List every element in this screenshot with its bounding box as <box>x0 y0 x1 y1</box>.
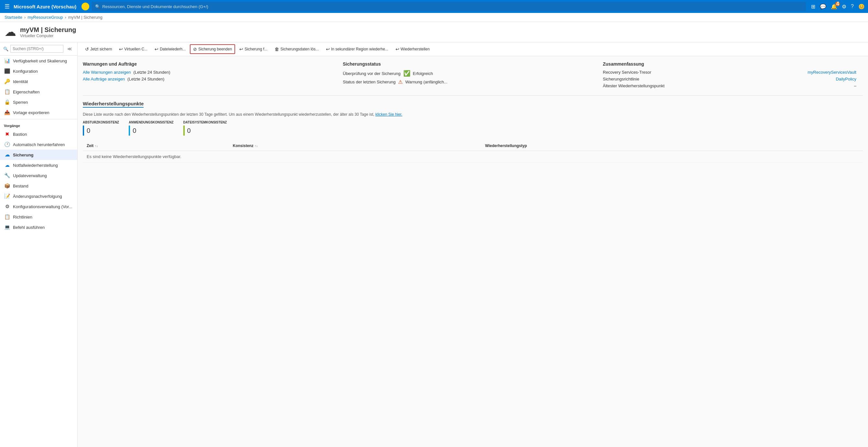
jetzt-sichern-icon: ↺ <box>85 46 89 52</box>
btn-sicherung-f[interactable]: ↩ Sicherung f... <box>237 44 270 54</box>
identitaet-icon: 🔑 <box>4 78 10 84</box>
summary-kv-1: Recovery Services-Tresor myRecoveryServi… <box>603 70 856 75</box>
sidebar-search-icon: 🔍 <box>3 46 8 52</box>
notfall-icon: ☁ <box>4 162 10 168</box>
sidebar-item-richtlinien[interactable]: 📋 Richtlinien <box>0 212 77 222</box>
warnings-row1: Alle Warnungen anzeigen (Letzte 24 Stund… <box>83 70 336 75</box>
richtlinien-icon: 📋 <box>4 214 10 220</box>
btn-virtuellen[interactable]: ↩ Virtuellen C... <box>116 44 150 54</box>
warnings-suffix1: (Letzte 24 Stunden) <box>133 70 170 75</box>
vorlage-icon: 📤 <box>4 109 10 116</box>
status-row2: Status der letzten Sicherung ⚠ Warnung (… <box>343 79 596 85</box>
befehl-icon: 💻 <box>4 224 10 230</box>
btn-sicherung-beenden[interactable]: ⊘ Sicherung beenden <box>190 44 235 54</box>
btn-label: Jetzt sichern <box>90 47 112 52</box>
alle-warnungen-link[interactable]: Alle Warnungen anzeigen <box>83 70 131 75</box>
kv-val-3: – <box>854 84 856 88</box>
help-icon[interactable]: ? <box>851 4 854 9</box>
sidebar-item-sicherung[interactable]: ☁ Sicherung <box>0 150 77 160</box>
dateisystem-label: DATEISYSTEMKONSISTENZ <box>183 121 227 124</box>
warnings-suffix2: (Letzte 24 Stunden) <box>127 76 164 82</box>
btn-loeschen[interactable]: 🗑 Sicherungsdaten lös... <box>272 44 322 54</box>
page-header: ☁ myVM | Sicherung Virtueller Computer <box>0 22 868 42</box>
warnings-row2: Alle Aufträge anzeigen (Letzte 24 Stunde… <box>83 76 336 82</box>
breadcrumb-home[interactable]: Startseite <box>4 15 22 20</box>
warnings-title: Warnungen und Aufträge <box>83 61 336 67</box>
eigenschaften-icon: 📋 <box>4 89 10 95</box>
konfiguration-icon: ⬛ <box>4 68 10 74</box>
aenderung-icon: 📝 <box>4 193 10 199</box>
main-content: ↺ Jetzt sichern ↩ Virtuellen C... ↩ Date… <box>78 42 868 447</box>
settings-icon[interactable]: ⚙ <box>842 4 846 10</box>
status-col: Sicherungsstatus Überprüfung vor der Sic… <box>343 61 603 90</box>
sidebar-item-sperren[interactable]: 🔒 Sperren <box>0 97 77 107</box>
bastion-icon: ✖ <box>4 131 10 137</box>
sicherung-icon: ☁ <box>4 152 10 158</box>
btn-jetzt-sichern[interactable]: ↺ Jetzt sichern <box>82 44 115 54</box>
th-konsistenz[interactable]: Konsistenz ↑↓ <box>229 141 481 151</box>
btn-label: Sicherung beenden <box>198 47 232 52</box>
kv-key-2: Sicherungsrichtlinie <box>603 76 639 82</box>
notification-bell[interactable]: 🔔 4 <box>831 4 837 10</box>
sidebar-item-label: Vorlage exportieren <box>13 110 73 115</box>
sidebar-item-herunterfahren[interactable]: 🕐 Automatisch herunterfahren <box>0 139 77 150</box>
feedback-icon[interactable]: 💬 <box>820 4 826 10</box>
btn-label: Virtuellen C... <box>124 47 148 52</box>
sidebar-item-befehl[interactable]: 💻 Befehl ausführen <box>0 222 77 232</box>
loeschen-icon: 🗑 <box>275 46 279 52</box>
sidebar-item-aenderung[interactable]: 📝 Änderungsnachverfolgung <box>0 191 77 201</box>
search-bar[interactable]: 🔍 <box>92 2 806 11</box>
kv-val-2[interactable]: DailyPolicy <box>836 76 856 82</box>
update-icon: 🔧 <box>4 172 10 179</box>
anwendung-bar <box>129 125 130 136</box>
sidebar-item-bestand[interactable]: 📦 Bestand <box>0 181 77 191</box>
search-input[interactable] <box>102 4 803 9</box>
sidebar-item-label: Konfiguration <box>13 69 73 74</box>
sidebar-item-bastion[interactable]: ✖ Bastion <box>0 129 77 139</box>
kv-val-1[interactable]: myRecoveryServicesVault <box>808 70 856 75</box>
summary-title: Zusammenfassung <box>603 61 856 67</box>
sidebar-item-identitaet[interactable]: 🔑 Identität <box>0 76 77 87</box>
breadcrumb-rg[interactable]: myResourceGroup <box>28 15 63 20</box>
sidebar-item-label: Notfallwiederherstellung <box>13 163 73 168</box>
sidebar-search-input[interactable] <box>10 45 63 53</box>
btn-sekundaer[interactable]: ↩ In sekundärer Region wiederhe... <box>323 44 391 54</box>
page-subtitle: Virtueller Computer <box>20 34 76 38</box>
sidebar-item-verfuegbarkeit[interactable]: 📊 Verfügbarkeit und Skalierung <box>0 56 77 66</box>
sidebar-item-konfiguration[interactable]: ⬛ Konfiguration <box>0 66 77 76</box>
btn-wiederherstellen[interactable]: ↩ Wiederherstellen <box>393 44 433 54</box>
status-value2: Warnung (anfänglich... <box>405 79 447 84</box>
success-icon: ✅ <box>403 70 410 77</box>
sidebar-item-eigenschaften[interactable]: 📋 Eigenschaften <box>0 87 77 97</box>
sort-icon-konsistenz: ↑↓ <box>254 144 258 148</box>
sidebar: 🔍 ≪ 📊 Verfügbarkeit und Skalierung ⬛ Kon… <box>0 42 78 447</box>
btn-dateiwieder[interactable]: ↩ Dateiwiederh... <box>152 44 189 54</box>
portal-icon[interactable]: ⊞ <box>811 4 815 10</box>
sidebar-item-label: Sperren <box>13 100 73 105</box>
recovery-section: Wiederherstellungspunkte Diese Liste wur… <box>83 101 863 163</box>
th-zeit[interactable]: Zeit ↑↓ <box>83 141 229 151</box>
sidebar-item-update[interactable]: 🔧 Updateverwaltung <box>0 170 77 181</box>
info-link[interactable]: klicken Sie hier. <box>375 112 402 117</box>
page-header-text: myVM | Sicherung Virtueller Computer <box>20 26 76 38</box>
sidebar-item-label: Richtlinien <box>13 215 73 220</box>
recovery-info: Diese Liste wurde nach den Wiederherstel… <box>83 112 863 117</box>
sidebar-item-konfverwaltung[interactable]: ⚙ Konfigurationsverwaltung (Vor... <box>0 201 77 212</box>
verfuegbarkeit-icon: 📊 <box>4 58 10 64</box>
alle-auftraege-link[interactable]: Alle Aufträge anzeigen <box>83 76 125 82</box>
breadcrumb-sep1: › <box>24 15 26 20</box>
sidebar-item-vorlage[interactable]: 📤 Vorlage exportieren <box>0 107 77 118</box>
notification-count: 4 <box>835 2 840 6</box>
sidebar-item-label: Eigenschaften <box>13 90 73 94</box>
user-icon[interactable]: 😊 <box>858 4 865 10</box>
sidebar-section-vorgaenge: Vorgänge <box>0 121 77 129</box>
alert-icon[interactable]: ⚡ <box>82 3 89 10</box>
sidebar-item-notfall[interactable]: ☁ Notfallwiederherstellung <box>0 160 77 170</box>
hamburger-icon[interactable]: ☰ <box>3 2 11 11</box>
summary-kv-3: Ältester Wiederherstellungspunkt – <box>603 84 856 88</box>
summary-col: Zusammenfassung Recovery Services-Tresor… <box>603 61 863 90</box>
kv-key-1: Recovery Services-Tresor <box>603 70 651 75</box>
breadcrumb-current: myVM | Sicherung <box>68 15 102 20</box>
herunterfahren-icon: 🕐 <box>4 141 10 148</box>
sidebar-collapse-btn[interactable]: ≪ <box>65 45 74 52</box>
